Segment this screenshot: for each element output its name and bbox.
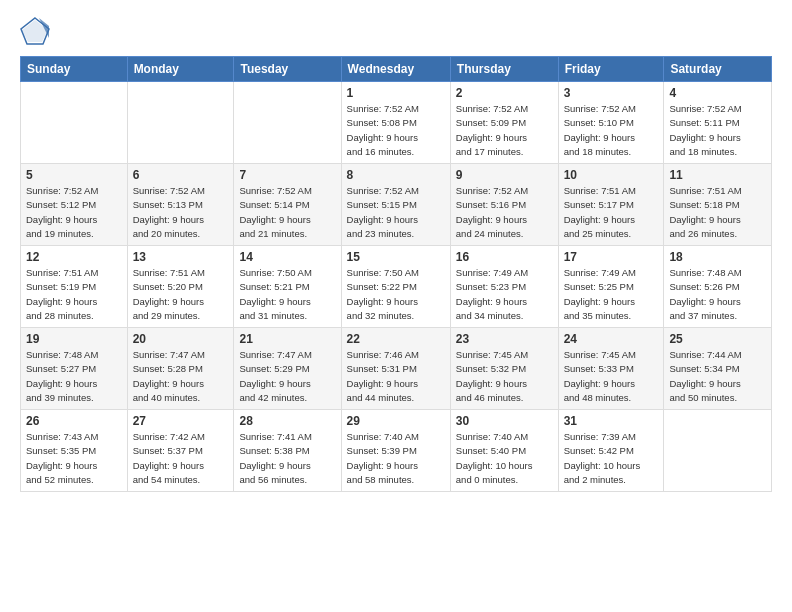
day-number: 29 xyxy=(347,414,445,428)
day-info: Sunrise: 7:45 AM Sunset: 5:33 PM Dayligh… xyxy=(564,348,659,405)
day-number: 27 xyxy=(133,414,229,428)
day-number: 18 xyxy=(669,250,766,264)
table-row: 27Sunrise: 7:42 AM Sunset: 5:37 PM Dayli… xyxy=(127,410,234,492)
day-info: Sunrise: 7:48 AM Sunset: 5:26 PM Dayligh… xyxy=(669,266,766,323)
day-number: 31 xyxy=(564,414,659,428)
day-info: Sunrise: 7:52 AM Sunset: 5:15 PM Dayligh… xyxy=(347,184,445,241)
day-info: Sunrise: 7:47 AM Sunset: 5:28 PM Dayligh… xyxy=(133,348,229,405)
day-info: Sunrise: 7:51 AM Sunset: 5:19 PM Dayligh… xyxy=(26,266,122,323)
day-info: Sunrise: 7:43 AM Sunset: 5:35 PM Dayligh… xyxy=(26,430,122,487)
table-row: 7Sunrise: 7:52 AM Sunset: 5:14 PM Daylig… xyxy=(234,164,341,246)
calendar-week-row: 1Sunrise: 7:52 AM Sunset: 5:08 PM Daylig… xyxy=(21,82,772,164)
table-row: 17Sunrise: 7:49 AM Sunset: 5:25 PM Dayli… xyxy=(558,246,664,328)
day-info: Sunrise: 7:45 AM Sunset: 5:32 PM Dayligh… xyxy=(456,348,553,405)
day-number: 26 xyxy=(26,414,122,428)
col-sunday: Sunday xyxy=(21,57,128,82)
day-info: Sunrise: 7:47 AM Sunset: 5:29 PM Dayligh… xyxy=(239,348,335,405)
table-row xyxy=(234,82,341,164)
table-row: 12Sunrise: 7:51 AM Sunset: 5:19 PM Dayli… xyxy=(21,246,128,328)
day-number: 17 xyxy=(564,250,659,264)
day-number: 14 xyxy=(239,250,335,264)
day-info: Sunrise: 7:50 AM Sunset: 5:21 PM Dayligh… xyxy=(239,266,335,323)
col-thursday: Thursday xyxy=(450,57,558,82)
day-number: 19 xyxy=(26,332,122,346)
table-row: 9Sunrise: 7:52 AM Sunset: 5:16 PM Daylig… xyxy=(450,164,558,246)
day-number: 9 xyxy=(456,168,553,182)
table-row: 10Sunrise: 7:51 AM Sunset: 5:17 PM Dayli… xyxy=(558,164,664,246)
day-info: Sunrise: 7:41 AM Sunset: 5:38 PM Dayligh… xyxy=(239,430,335,487)
day-info: Sunrise: 7:52 AM Sunset: 5:10 PM Dayligh… xyxy=(564,102,659,159)
table-row: 26Sunrise: 7:43 AM Sunset: 5:35 PM Dayli… xyxy=(21,410,128,492)
table-row: 28Sunrise: 7:41 AM Sunset: 5:38 PM Dayli… xyxy=(234,410,341,492)
col-monday: Monday xyxy=(127,57,234,82)
day-number: 4 xyxy=(669,86,766,100)
table-row: 30Sunrise: 7:40 AM Sunset: 5:40 PM Dayli… xyxy=(450,410,558,492)
calendar-week-row: 26Sunrise: 7:43 AM Sunset: 5:35 PM Dayli… xyxy=(21,410,772,492)
table-row: 20Sunrise: 7:47 AM Sunset: 5:28 PM Dayli… xyxy=(127,328,234,410)
day-number: 20 xyxy=(133,332,229,346)
day-info: Sunrise: 7:52 AM Sunset: 5:12 PM Dayligh… xyxy=(26,184,122,241)
table-row: 31Sunrise: 7:39 AM Sunset: 5:42 PM Dayli… xyxy=(558,410,664,492)
day-info: Sunrise: 7:42 AM Sunset: 5:37 PM Dayligh… xyxy=(133,430,229,487)
day-number: 8 xyxy=(347,168,445,182)
table-row xyxy=(664,410,772,492)
table-row: 14Sunrise: 7:50 AM Sunset: 5:21 PM Dayli… xyxy=(234,246,341,328)
table-row: 19Sunrise: 7:48 AM Sunset: 5:27 PM Dayli… xyxy=(21,328,128,410)
day-number: 30 xyxy=(456,414,553,428)
day-info: Sunrise: 7:52 AM Sunset: 5:16 PM Dayligh… xyxy=(456,184,553,241)
col-saturday: Saturday xyxy=(664,57,772,82)
logo-icon xyxy=(20,16,50,46)
table-row: 1Sunrise: 7:52 AM Sunset: 5:08 PM Daylig… xyxy=(341,82,450,164)
table-row: 4Sunrise: 7:52 AM Sunset: 5:11 PM Daylig… xyxy=(664,82,772,164)
table-row xyxy=(21,82,128,164)
day-info: Sunrise: 7:52 AM Sunset: 5:09 PM Dayligh… xyxy=(456,102,553,159)
day-number: 13 xyxy=(133,250,229,264)
page: Sunday Monday Tuesday Wednesday Thursday… xyxy=(0,0,792,508)
day-number: 2 xyxy=(456,86,553,100)
day-info: Sunrise: 7:52 AM Sunset: 5:11 PM Dayligh… xyxy=(669,102,766,159)
day-number: 10 xyxy=(564,168,659,182)
table-row: 8Sunrise: 7:52 AM Sunset: 5:15 PM Daylig… xyxy=(341,164,450,246)
table-row: 16Sunrise: 7:49 AM Sunset: 5:23 PM Dayli… xyxy=(450,246,558,328)
day-info: Sunrise: 7:52 AM Sunset: 5:14 PM Dayligh… xyxy=(239,184,335,241)
table-row xyxy=(127,82,234,164)
calendar-week-row: 12Sunrise: 7:51 AM Sunset: 5:19 PM Dayli… xyxy=(21,246,772,328)
table-row: 25Sunrise: 7:44 AM Sunset: 5:34 PM Dayli… xyxy=(664,328,772,410)
day-info: Sunrise: 7:51 AM Sunset: 5:20 PM Dayligh… xyxy=(133,266,229,323)
day-info: Sunrise: 7:44 AM Sunset: 5:34 PM Dayligh… xyxy=(669,348,766,405)
table-row: 2Sunrise: 7:52 AM Sunset: 5:09 PM Daylig… xyxy=(450,82,558,164)
day-number: 7 xyxy=(239,168,335,182)
day-number: 24 xyxy=(564,332,659,346)
calendar-table: Sunday Monday Tuesday Wednesday Thursday… xyxy=(20,56,772,492)
day-number: 3 xyxy=(564,86,659,100)
day-number: 23 xyxy=(456,332,553,346)
table-row: 5Sunrise: 7:52 AM Sunset: 5:12 PM Daylig… xyxy=(21,164,128,246)
day-info: Sunrise: 7:51 AM Sunset: 5:17 PM Dayligh… xyxy=(564,184,659,241)
day-number: 1 xyxy=(347,86,445,100)
day-info: Sunrise: 7:50 AM Sunset: 5:22 PM Dayligh… xyxy=(347,266,445,323)
day-info: Sunrise: 7:51 AM Sunset: 5:18 PM Dayligh… xyxy=(669,184,766,241)
table-row: 29Sunrise: 7:40 AM Sunset: 5:39 PM Dayli… xyxy=(341,410,450,492)
calendar-week-row: 19Sunrise: 7:48 AM Sunset: 5:27 PM Dayli… xyxy=(21,328,772,410)
calendar-week-row: 5Sunrise: 7:52 AM Sunset: 5:12 PM Daylig… xyxy=(21,164,772,246)
day-number: 5 xyxy=(26,168,122,182)
day-info: Sunrise: 7:52 AM Sunset: 5:08 PM Dayligh… xyxy=(347,102,445,159)
day-number: 25 xyxy=(669,332,766,346)
header xyxy=(20,16,772,46)
day-info: Sunrise: 7:40 AM Sunset: 5:40 PM Dayligh… xyxy=(456,430,553,487)
day-info: Sunrise: 7:40 AM Sunset: 5:39 PM Dayligh… xyxy=(347,430,445,487)
day-number: 11 xyxy=(669,168,766,182)
day-number: 15 xyxy=(347,250,445,264)
table-row: 15Sunrise: 7:50 AM Sunset: 5:22 PM Dayli… xyxy=(341,246,450,328)
table-row: 22Sunrise: 7:46 AM Sunset: 5:31 PM Dayli… xyxy=(341,328,450,410)
day-info: Sunrise: 7:49 AM Sunset: 5:23 PM Dayligh… xyxy=(456,266,553,323)
col-tuesday: Tuesday xyxy=(234,57,341,82)
table-row: 3Sunrise: 7:52 AM Sunset: 5:10 PM Daylig… xyxy=(558,82,664,164)
day-number: 21 xyxy=(239,332,335,346)
calendar-header-row: Sunday Monday Tuesday Wednesday Thursday… xyxy=(21,57,772,82)
day-info: Sunrise: 7:49 AM Sunset: 5:25 PM Dayligh… xyxy=(564,266,659,323)
col-friday: Friday xyxy=(558,57,664,82)
day-info: Sunrise: 7:48 AM Sunset: 5:27 PM Dayligh… xyxy=(26,348,122,405)
table-row: 11Sunrise: 7:51 AM Sunset: 5:18 PM Dayli… xyxy=(664,164,772,246)
logo xyxy=(20,16,52,46)
